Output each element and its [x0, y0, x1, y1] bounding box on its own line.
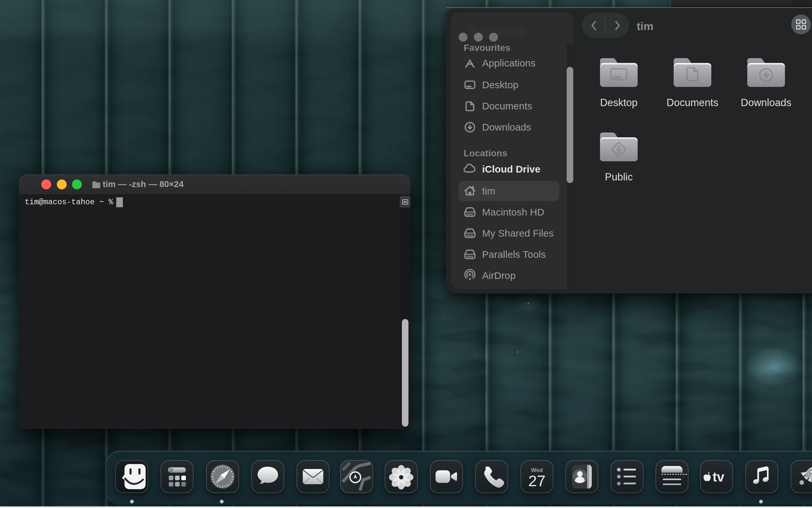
svg-text:tv: tv: [713, 470, 724, 484]
svg-text:27: 27: [528, 472, 545, 490]
